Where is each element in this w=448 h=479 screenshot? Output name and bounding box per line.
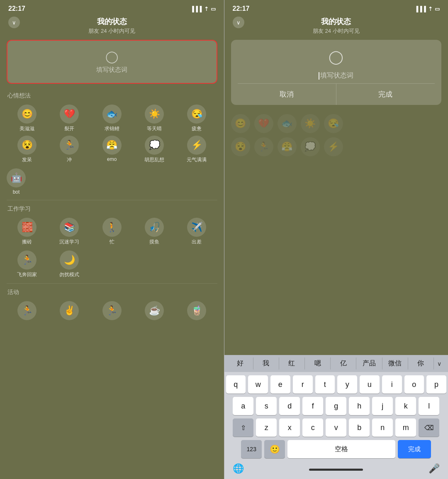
key-r[interactable]: r [293, 375, 313, 394]
activity-item-5[interactable]: 🧋 [176, 301, 217, 322]
mood-item-liekai[interactable]: 💔 裂开 [49, 105, 90, 132]
right-wifi-icon: ⇡ [428, 6, 433, 12]
feiben-label: 飞奔回家 [17, 271, 37, 278]
work-item-feiben[interactable]: 🏃 飞奔回家 [7, 250, 47, 278]
bot-label: bot [13, 189, 20, 195]
pibei-label: 疲惫 [192, 125, 202, 132]
microphone-icon[interactable]: 🎤 [429, 463, 440, 474]
left-dropdown-button[interactable]: ∨ [8, 17, 20, 28]
right-chevron-down-icon: ∨ [236, 19, 241, 26]
mood-item-pibei[interactable]: 😪 疲惫 [176, 105, 217, 132]
suggestions-chevron-icon[interactable]: ∨ [434, 359, 445, 369]
suggestion-hong[interactable]: 红 [279, 357, 305, 370]
cancel-button[interactable]: 取消 [238, 84, 336, 105]
bot-row: 🤖 bot [7, 168, 217, 195]
home-indicator [309, 469, 363, 471]
activity-item-3[interactable]: 🏃 [92, 301, 132, 322]
left-status-input-box[interactable]: ◯ 填写状态词 [7, 40, 217, 84]
space-key[interactable]: 空格 [287, 440, 395, 458]
done-key[interactable]: 完成 [398, 440, 431, 458]
key-o[interactable]: o [404, 375, 424, 394]
key-w[interactable]: w [248, 375, 268, 394]
key-h[interactable]: h [349, 397, 370, 415]
confirm-button[interactable]: 完成 [336, 84, 435, 105]
mood-item-fazhu[interactable]: 😵 发呆 [7, 136, 47, 163]
key-l[interactable]: l [419, 397, 439, 415]
mood-item-meizizi[interactable]: 😊 美滋滋 [7, 105, 47, 132]
suggestion-ni[interactable]: 你 [408, 357, 434, 370]
mood-item-yuanqimanman[interactable]: ⚡ 元气满满 [176, 136, 217, 163]
key-t[interactable]: t [315, 375, 335, 394]
bot-item[interactable]: 🤖 bot [7, 168, 26, 195]
key-e[interactable]: e [270, 375, 290, 394]
key-q[interactable]: q [226, 375, 246, 394]
faded-icon-9: 💭 [301, 137, 320, 156]
mood-item-qiujinli[interactable]: 🐟 求锦鲤 [92, 105, 132, 132]
suggestion-hao[interactable]: 好 [228, 357, 253, 370]
work-item-mang[interactable]: 🚶 忙 [92, 218, 132, 246]
activity-item-4[interactable]: ☕ [134, 301, 175, 322]
key-d[interactable]: d [279, 397, 300, 415]
work-item-chenmi[interactable]: 📚 沉迷学习 [49, 218, 90, 246]
chuchai-icon: ✈️ [187, 218, 206, 237]
mood-item-emo[interactable]: 😤 emo [92, 136, 132, 163]
right-signal-icon: ▐▐▐ [414, 6, 426, 12]
suggestion-en[interactable]: 嗯 [305, 357, 331, 370]
key-c[interactable]: c [302, 418, 323, 437]
banzhuang-label: 搬砖 [22, 238, 32, 246]
battery-icon: ▭ [211, 6, 216, 12]
mood-item-husisiluanxiang[interactable]: 💭 胡思乱想 [134, 136, 175, 163]
qiujinli-icon: 🐟 [102, 105, 122, 124]
key-row-3: ⇧ z x c v b n m ⌫ [226, 418, 447, 437]
keyboard-bottom-bar: 🌐 🎤 [224, 460, 448, 479]
key-j[interactable]: j [372, 397, 393, 415]
key-k[interactable]: k [395, 397, 416, 415]
right-status-input-box[interactable]: ◯ 填写状态词 取消 完成 [231, 40, 442, 105]
key-m[interactable]: m [395, 418, 416, 437]
activity-icon-3: 🏃 [102, 301, 122, 320]
emoji-key[interactable]: 🙂 [264, 440, 285, 458]
key-u[interactable]: u [360, 375, 380, 394]
key-v[interactable]: v [326, 418, 346, 437]
suggestion-yi[interactable]: 亿 [331, 357, 356, 370]
emo-label: emo [107, 156, 117, 162]
backspace-key[interactable]: ⌫ [419, 418, 439, 437]
suggestion-weixin[interactable]: 微信 [382, 357, 408, 370]
work-item-moyu[interactable]: 🎣 摸鱼 [134, 218, 175, 246]
suggestion-wo[interactable]: 我 [253, 357, 279, 370]
mood-item-chong[interactable]: 🏃 冲 [49, 136, 90, 163]
key-z[interactable]: z [256, 418, 277, 437]
key-y[interactable]: y [337, 375, 357, 394]
left-header: ∨ 我的状态 朋友 24 小时内可见 [0, 15, 224, 40]
activity-item-2[interactable]: ✌️ [49, 301, 90, 322]
key-g[interactable]: g [326, 397, 346, 415]
work-item-chuchai[interactable]: ✈️ 出差 [176, 218, 217, 246]
key-a[interactable]: a [233, 397, 253, 415]
key-s[interactable]: s [256, 397, 277, 415]
key-b[interactable]: b [349, 418, 370, 437]
left-page-title: 我的状态 [97, 17, 127, 27]
mood-item-dengtiaqing[interactable]: ☀️ 等天晴 [134, 105, 175, 132]
work-item-wurao[interactable]: 🌙 勿扰模式 [49, 250, 90, 278]
fazhu-icon: 😵 [17, 136, 37, 155]
mang-label: 忙 [110, 238, 114, 246]
key-p[interactable]: p [426, 375, 446, 394]
numbers-key[interactable]: 123 [241, 440, 262, 458]
banzhuang-icon: 🧱 [17, 218, 37, 237]
key-i[interactable]: i [382, 375, 402, 394]
meizizi-icon: 😊 [17, 105, 37, 124]
right-panel: 22:17 ▐▐▐ ⇡ ▭ ∨ 我的状态 朋友 24 小时内可见 ◯ 填写状态词… [224, 0, 448, 479]
yuanqimanman-icon: ⚡ [187, 136, 206, 155]
activity-icon-5: 🧋 [187, 301, 206, 320]
key-x[interactable]: x [279, 418, 300, 437]
activity-item-1[interactable]: 🏃 [7, 301, 47, 322]
right-dropdown-button[interactable]: ∨ [233, 17, 244, 28]
shift-key[interactable]: ⇧ [233, 418, 253, 437]
key-f[interactable]: f [302, 397, 323, 415]
moyu-icon: 🎣 [145, 218, 164, 237]
key-n[interactable]: n [372, 418, 393, 437]
globe-icon[interactable]: 🌐 [233, 463, 244, 474]
suggestion-chanpin[interactable]: 产品 [356, 357, 382, 370]
action-row: 取消 完成 [238, 83, 435, 105]
work-item-banzhuang[interactable]: 🧱 搬砖 [7, 218, 47, 246]
